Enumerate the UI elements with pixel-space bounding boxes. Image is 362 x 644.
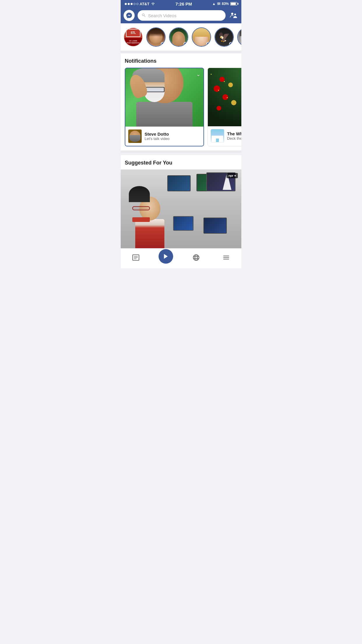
- divider-1: [121, 51, 241, 53]
- notif-card-info-steve: Steve Dotto Let's talk video: [125, 127, 203, 146]
- dot-1: [125, 3, 127, 5]
- online-dot-woman2: [206, 42, 210, 46]
- divider-2: [121, 150, 241, 153]
- stories-row[interactable]: STL ST. LOUISPOST-DISPATCH: [121, 23, 241, 51]
- tab-news-feed[interactable]: [129, 252, 143, 263]
- notif-subtitle-whitehouse: Deck the halls: [227, 136, 241, 141]
- location-icon: ▲: [212, 2, 216, 6]
- badge-chevron-icon: ▾: [234, 174, 236, 177]
- svg-line-1: [144, 15, 145, 17]
- notif-text-steve: Steve Dotto Let's talk video: [145, 132, 201, 141]
- notif-thumb-small-whitehouse: [211, 129, 224, 143]
- suggested-section: Suggested For You: [121, 155, 241, 248]
- notif-card-info-whitehouse: The White H… Deck the halls: [208, 126, 241, 146]
- dot-3: [131, 3, 133, 5]
- notif-card-whitehouse[interactable]: The White H… Deck the halls: [208, 68, 241, 146]
- story-item-man1[interactable]: [169, 27, 188, 47]
- suggested-video[interactable]: npr ▾: [121, 169, 241, 248]
- notifications-cards: ⌄ Steve Dotto Let's talk video: [121, 68, 241, 150]
- tab-play[interactable]: [159, 249, 173, 264]
- svg-point-10: [195, 255, 197, 260]
- globe-icon: [192, 254, 200, 261]
- dot-4: [133, 3, 136, 5]
- notif-card-steve[interactable]: ⌄ Steve Dotto Let's talk video: [125, 68, 204, 146]
- story-item-stl[interactable]: STL ST. LOUISPOST-DISPATCH: [124, 27, 143, 47]
- status-bar: AT&T 7:26 PM ▲ 𝔐 83%: [121, 0, 241, 8]
- dot-5: [136, 3, 138, 5]
- svg-point-3: [234, 14, 236, 15]
- online-dot: [161, 42, 164, 46]
- story-item-mascot[interactable]: 🦅: [215, 27, 234, 47]
- menu-icon: [222, 254, 230, 261]
- notif-card-thumb-whitehouse: [208, 68, 241, 126]
- status-right: ▲ 𝔐 83%: [212, 2, 237, 6]
- search-icon: [142, 13, 146, 18]
- story-avatar-man1: [169, 27, 188, 47]
- header: Search Videos: [121, 8, 241, 23]
- play-icon: [163, 253, 169, 260]
- search-placeholder: Search Videos: [148, 13, 176, 18]
- online-dot-man1: [184, 42, 187, 46]
- battery-percent: 83%: [222, 2, 229, 6]
- story-avatar-mascot: 🦅: [215, 27, 234, 47]
- newspaper-icon: [132, 254, 140, 261]
- wifi-icon: [151, 2, 155, 6]
- story-item-woman1[interactable]: [146, 27, 166, 47]
- notif-thumb-small-steve: [128, 130, 142, 143]
- messenger-icon[interactable]: [124, 10, 135, 21]
- notifications-section: Notifications: [121, 53, 241, 150]
- status-time: 7:26 PM: [175, 1, 192, 6]
- carrier-label: AT&T: [140, 2, 150, 6]
- notif-subtitle-steve: Let's talk video: [145, 136, 201, 141]
- npr-badge: npr ▾: [226, 173, 238, 178]
- status-left: AT&T: [125, 2, 155, 6]
- svg-point-0: [142, 14, 144, 16]
- story-item-asian[interactable]: [237, 27, 241, 47]
- christmas-scene: [208, 68, 241, 126]
- story-avatar-woman1: [146, 27, 166, 47]
- bluetooth-icon: 𝔐: [217, 2, 220, 6]
- tab-bar: [121, 248, 241, 268]
- dot-2: [128, 3, 130, 5]
- svg-marker-8: [164, 254, 168, 259]
- chevron-down-icon[interactable]: ⌄: [196, 71, 201, 78]
- story-avatar-asian: [237, 27, 241, 47]
- search-bar[interactable]: Search Videos: [138, 10, 226, 21]
- signal-dots: [125, 3, 138, 5]
- notif-card-thumb-steve: ⌄: [125, 68, 203, 127]
- office-bg: [121, 169, 241, 248]
- notif-text-whitehouse: The White H… Deck the halls: [227, 131, 241, 141]
- online-dot-mascot: [229, 42, 233, 46]
- tab-menu[interactable]: [219, 252, 233, 263]
- story-item-woman2[interactable]: [192, 27, 211, 47]
- notif-name-steve: Steve Dotto: [145, 132, 201, 136]
- battery-icon: [230, 2, 237, 6]
- svg-point-9: [193, 255, 199, 260]
- people-icon[interactable]: [229, 10, 238, 20]
- notif-name-whitehouse: The White H…: [227, 131, 241, 136]
- npr-logo: npr: [229, 174, 233, 177]
- story-avatar-stl: STL ST. LOUISPOST-DISPATCH: [124, 27, 143, 47]
- tab-globe[interactable]: [189, 252, 203, 263]
- suggested-title: Suggested For You: [121, 155, 241, 169]
- notifications-title: Notifications: [121, 53, 241, 68]
- svg-point-2: [231, 13, 233, 15]
- story-avatar-woman2: [192, 27, 211, 47]
